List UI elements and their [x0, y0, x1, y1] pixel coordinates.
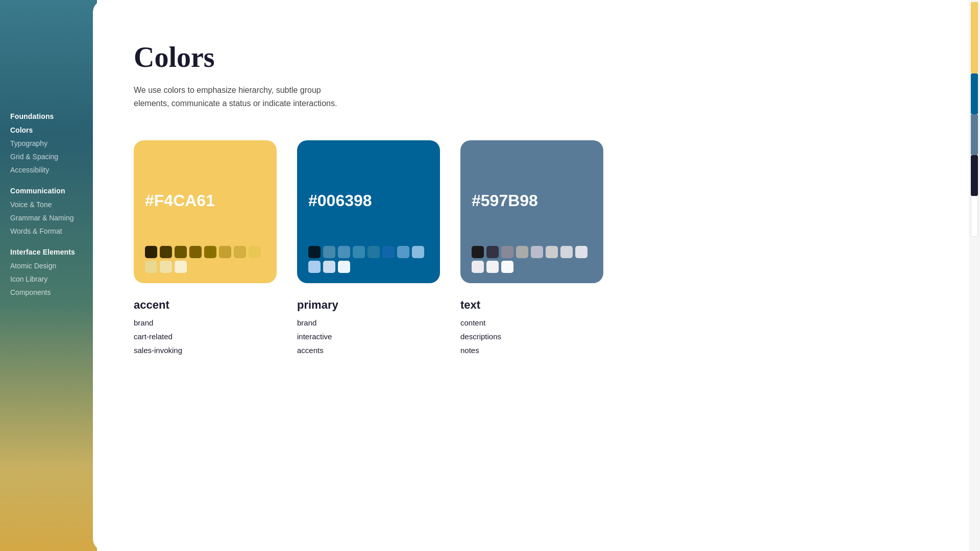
scrollbar-block[interactable]	[971, 114, 978, 155]
sidebar: FoundationsColorsTypographyGrid & Spacin…	[0, 0, 97, 551]
color-label-accent: accent	[134, 298, 277, 312]
page-title: Colors	[134, 41, 939, 73]
color-label-text: text	[460, 298, 603, 312]
swatch-dot	[560, 246, 573, 258]
swatch-dot	[575, 246, 587, 258]
color-use-item: content	[460, 316, 603, 330]
sidebar-section-label: Interface Elements	[10, 248, 87, 256]
page-description: We use colors to emphasize hierarchy, su…	[134, 84, 358, 110]
swatch-dot	[501, 261, 513, 273]
color-use-item: cart-related	[134, 330, 277, 343]
color-use-item: sales-invoking	[134, 343, 277, 357]
swatch-dot	[145, 261, 157, 273]
swatch-dot	[412, 246, 424, 258]
color-swatch-accent: #F4CA61	[134, 140, 277, 283]
color-cards-container: #F4CA61accentbrandcart-relatedsales-invo…	[134, 140, 939, 357]
color-use-item: accents	[297, 343, 440, 357]
sidebar-item-components[interactable]: Components	[10, 286, 87, 299]
swatch-dot	[145, 246, 157, 258]
swatch-dot	[160, 261, 172, 273]
sidebar-item-voice-tone[interactable]: Voice & Tone	[10, 198, 87, 211]
color-swatch-text: #597B98	[460, 140, 603, 283]
swatch-dots-text	[472, 246, 592, 273]
sidebar-item-icon-library[interactable]: Icon Library	[10, 272, 87, 286]
swatch-dot	[189, 246, 202, 258]
swatch-dot	[472, 261, 484, 273]
scrollbar-track[interactable]	[969, 0, 980, 551]
swatch-dot	[219, 246, 231, 258]
swatch-dot	[323, 246, 335, 258]
swatch-dot	[486, 246, 499, 258]
sidebar-item-words-format[interactable]: Words & Format	[10, 224, 87, 238]
sidebar-item-grammar-naming[interactable]: Grammar & Naming	[10, 211, 87, 224]
sidebar-item-atomic-design[interactable]: Atomic Design	[10, 259, 87, 272]
swatch-dot	[382, 246, 395, 258]
swatch-dot	[338, 246, 350, 258]
color-uses-accent: brandcart-relatedsales-invoking	[134, 316, 277, 357]
swatch-dot	[338, 261, 350, 273]
color-uses-text: contentdescriptionsnotes	[460, 316, 603, 357]
color-uses-primary: brandinteractiveaccents	[297, 316, 440, 357]
main-content: Colors We use colors to emphasize hierar…	[93, 0, 980, 551]
color-label-primary: primary	[297, 298, 440, 312]
swatch-dot	[204, 246, 216, 258]
color-swatch-primary: #006398	[297, 140, 440, 283]
color-use-item: brand	[297, 316, 440, 330]
sidebar-item-typography[interactable]: Typography	[10, 137, 87, 150]
swatch-dots-accent	[145, 246, 265, 273]
scrollbar-block[interactable]	[971, 2, 978, 73]
swatch-dot	[516, 246, 528, 258]
color-use-item: notes	[460, 343, 603, 357]
color-hex-accent: #F4CA61	[145, 191, 265, 210]
swatch-dot	[397, 246, 409, 258]
sidebar-item-accessibility[interactable]: Accessibility	[10, 163, 87, 177]
color-hex-text: #597B98	[472, 191, 592, 210]
swatch-dot	[308, 261, 321, 273]
swatch-dots-primary	[308, 246, 429, 273]
sidebar-section-label: Communication	[10, 187, 87, 195]
swatch-dot	[249, 246, 261, 258]
scrollbar-block[interactable]	[971, 196, 978, 237]
swatch-dot	[234, 246, 246, 258]
sidebar-section-label: Foundations	[10, 112, 87, 120]
scrollbar-block[interactable]	[971, 73, 978, 114]
scrollbar-block[interactable]	[971, 155, 978, 196]
color-use-item: interactive	[297, 330, 440, 343]
swatch-dot	[353, 246, 365, 258]
swatch-dot	[175, 261, 187, 273]
swatch-dot	[531, 246, 543, 258]
swatch-dot	[160, 246, 172, 258]
swatch-dot	[501, 246, 513, 258]
color-use-item: brand	[134, 316, 277, 330]
color-card-primary: #006398primarybrandinteractiveaccents	[297, 140, 440, 357]
swatch-dot	[546, 246, 558, 258]
swatch-dot	[323, 261, 335, 273]
color-hex-primary: #006398	[308, 191, 429, 210]
color-card-text: #597B98textcontentdescriptionsnotes	[460, 140, 603, 357]
swatch-dot	[368, 246, 380, 258]
color-use-item: descriptions	[460, 330, 603, 343]
sidebar-item-colors[interactable]: Colors	[10, 123, 87, 137]
swatch-dot	[486, 261, 499, 273]
sidebar-item-grid-spacing[interactable]: Grid & Spacing	[10, 150, 87, 163]
swatch-dot	[308, 246, 321, 258]
color-card-accent: #F4CA61accentbrandcart-relatedsales-invo…	[134, 140, 277, 357]
swatch-dot	[175, 246, 187, 258]
swatch-dot	[472, 246, 484, 258]
